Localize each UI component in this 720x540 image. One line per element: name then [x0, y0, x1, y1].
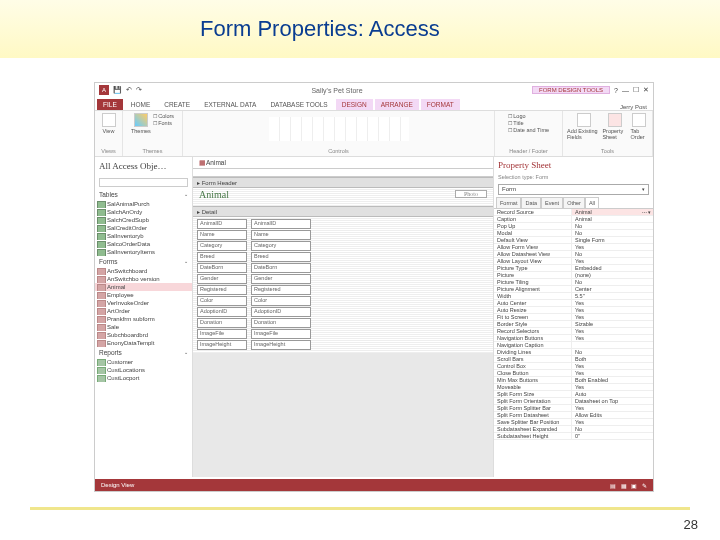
property-value[interactable]: Yes — [572, 314, 653, 320]
property-value[interactable]: Both Enabled — [572, 377, 653, 383]
nav-header[interactable]: All Access Obje… — [95, 157, 192, 176]
close-icon[interactable]: ✕ — [643, 86, 649, 94]
property-value[interactable]: (none) — [572, 272, 653, 278]
controls-gallery[interactable] — [269, 117, 409, 141]
nav-item[interactable]: Animal — [95, 283, 192, 291]
nav-item[interactable]: SalInventoryb — [95, 232, 192, 240]
property-row[interactable]: ModalNo — [494, 230, 653, 237]
nav-item[interactable]: VerInvokeOrder — [95, 299, 192, 307]
form-design-canvas[interactable]: Animal Form Header Animal Photo Detail A… — [193, 157, 493, 477]
field-row[interactable]: GenderGender — [197, 274, 489, 284]
property-row[interactable]: Border StyleSizable — [494, 321, 653, 328]
form-header-area[interactable]: Animal Photo — [193, 188, 493, 206]
property-value[interactable]: Yes — [572, 405, 653, 411]
title-button[interactable]: Title — [508, 120, 549, 126]
field-control[interactable]: AdoptionID — [251, 307, 311, 317]
property-row[interactable]: Auto ResizeYes — [494, 307, 653, 314]
field-label[interactable]: Breed — [197, 252, 247, 262]
nav-item[interactable]: SalcoOrderData — [95, 240, 192, 248]
prop-tab-format[interactable]: Format — [496, 197, 521, 208]
property-row[interactable]: Picture TypeEmbedded — [494, 265, 653, 272]
help-icon[interactable]: ? — [614, 87, 618, 94]
property-row[interactable]: Split Form Splitter BarYes — [494, 405, 653, 412]
field-row[interactable]: ColorColor — [197, 296, 489, 306]
field-label[interactable]: ImageHeight — [197, 340, 247, 350]
property-value[interactable]: Allow Edits — [572, 412, 653, 418]
property-value[interactable]: Center — [572, 286, 653, 292]
field-control[interactable]: Breed — [251, 252, 311, 262]
fonts-button[interactable]: Fonts — [153, 120, 174, 126]
field-row[interactable]: AnimalIDAnimalID — [197, 219, 489, 229]
property-value[interactable]: Animal — [572, 216, 653, 222]
property-value[interactable]: Yes — [572, 258, 653, 264]
field-control[interactable]: ImageFile — [251, 329, 311, 339]
field-control[interactable]: Category — [251, 241, 311, 251]
property-row[interactable]: Navigation ButtonsYes — [494, 335, 653, 342]
object-tab[interactable]: Animal — [193, 157, 493, 169]
detail-area[interactable]: AnimalIDAnimalIDNameNameCategoryCategory… — [193, 217, 493, 353]
property-row[interactable]: Auto CenterYes — [494, 300, 653, 307]
field-control[interactable]: Color — [251, 296, 311, 306]
property-value[interactable]: Yes — [572, 363, 653, 369]
field-row[interactable]: CategoryCategory — [197, 241, 489, 251]
property-value[interactable]: Single Form — [572, 237, 653, 243]
field-control[interactable]: Registered — [251, 285, 311, 295]
nav-item[interactable]: AnSwitchboard — [95, 267, 192, 275]
nav-item[interactable]: ArtOrder — [95, 307, 192, 315]
field-control[interactable]: DateBorn — [251, 263, 311, 273]
section-form-header[interactable]: Form Header — [193, 177, 493, 188]
view-design-icon[interactable]: ✎ — [642, 483, 647, 489]
tab-design[interactable]: DESIGN — [336, 99, 373, 110]
nav-item[interactable]: Customer — [95, 358, 192, 366]
field-row[interactable]: RegisteredRegistered — [197, 285, 489, 295]
nav-item[interactable]: SalchCredSupb — [95, 216, 192, 224]
property-value[interactable]: 0" — [572, 433, 653, 439]
tab-home[interactable]: HOME — [125, 99, 157, 110]
property-value[interactable]: No — [572, 349, 653, 355]
nav-item[interactable]: Employee — [95, 291, 192, 299]
maximize-icon[interactable]: ☐ — [633, 86, 639, 94]
property-row[interactable]: Default ViewSingle Form — [494, 237, 653, 244]
field-row[interactable]: AdoptionIDAdoptionID — [197, 307, 489, 317]
field-label[interactable]: Color — [197, 296, 247, 306]
field-label[interactable]: Registered — [197, 285, 247, 295]
view-layout-icon[interactable]: ▣ — [631, 483, 637, 489]
tab-file[interactable]: FILE — [97, 99, 123, 110]
prop-tab-all[interactable]: All — [585, 197, 599, 208]
field-label[interactable]: Donation — [197, 318, 247, 328]
property-row[interactable]: Picture AlignmentCenter — [494, 286, 653, 293]
field-label[interactable]: Category — [197, 241, 247, 251]
property-value[interactable]: Yes — [572, 307, 653, 313]
tab-format[interactable]: FORMAT — [421, 99, 460, 110]
tab-order-button[interactable]: Tab Order — [631, 113, 648, 140]
nav-item[interactable]: Prankfrm subform — [95, 315, 192, 323]
field-label[interactable]: Name — [197, 230, 247, 240]
property-row[interactable]: Width5.5" — [494, 293, 653, 300]
tab-external-data[interactable]: EXTERNAL DATA — [198, 99, 262, 110]
property-row[interactable]: Allow Layout ViewYes — [494, 258, 653, 265]
view-datasheet-icon[interactable]: ▦ — [621, 483, 627, 489]
prop-tab-data[interactable]: Data — [521, 197, 541, 208]
view-button[interactable]: View — [102, 113, 116, 134]
field-control[interactable]: Name — [251, 230, 311, 240]
property-row[interactable]: Record SelectorsYes — [494, 328, 653, 335]
property-row[interactable]: Subdatasheet ExpandedNo — [494, 426, 653, 433]
photo-placeholder[interactable]: Photo — [455, 190, 487, 198]
property-value[interactable]: No — [572, 223, 653, 229]
minimize-icon[interactable]: — — [622, 87, 629, 94]
field-control[interactable]: Donation — [251, 318, 311, 328]
property-row[interactable]: Record SourceAnimal — [494, 209, 653, 216]
property-value[interactable]: Yes — [572, 370, 653, 376]
qat-save-icon[interactable]: 💾 — [113, 86, 122, 94]
field-label[interactable]: ImageFile — [197, 329, 247, 339]
field-label[interactable]: AnimalID — [197, 219, 247, 229]
property-value[interactable]: Yes — [572, 328, 653, 334]
property-row[interactable]: Allow Datasheet ViewNo — [494, 251, 653, 258]
property-row[interactable]: Dividing LinesNo — [494, 349, 653, 356]
property-value[interactable]: Yes — [572, 419, 653, 425]
nav-search-input[interactable] — [99, 178, 188, 187]
property-row[interactable]: Picture(none) — [494, 272, 653, 279]
property-row[interactable]: MoveableYes — [494, 384, 653, 391]
nav-section-tables[interactable]: Tables — [95, 189, 192, 200]
prop-tab-event[interactable]: Event — [541, 197, 563, 208]
